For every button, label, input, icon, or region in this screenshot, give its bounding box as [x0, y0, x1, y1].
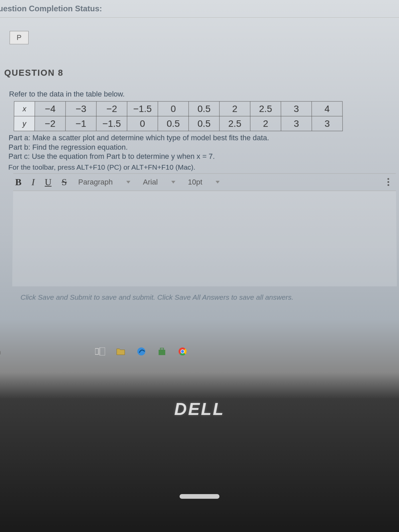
cell: −3 — [66, 101, 96, 116]
table-row: x −4 −3 −2 −1.5 0 0.5 2 2.5 3 4 — [14, 101, 342, 116]
row-label-x: x — [14, 101, 35, 116]
cell: 2.5 — [250, 101, 281, 116]
part-b: Part b: Find the regression equation. — [8, 142, 399, 152]
cell: 3 — [281, 101, 312, 116]
cell: 0.5 — [189, 116, 219, 131]
question-title: QUESTION 8 — [4, 68, 399, 78]
part-a: Part a: Make a scatter plot and determin… — [9, 133, 399, 143]
chevron-down-icon — [216, 181, 220, 183]
toolbar-hint: For the toolbar, press ALT+F10 (PC) or A… — [8, 163, 399, 171]
cell: −1.5 — [96, 116, 127, 131]
chevron-down-icon — [126, 181, 130, 183]
svg-rect-4 — [160, 348, 164, 350]
search-fragment: ch — [0, 348, 1, 356]
store-icon[interactable] — [155, 345, 169, 358]
cell: 0 — [127, 116, 158, 131]
question-prompt: Refer to the data in the table below. — [9, 90, 399, 98]
answer-editor[interactable] — [12, 191, 397, 286]
font-label: Arial — [143, 178, 158, 186]
cell: 0.5 — [158, 116, 189, 131]
edge-icon[interactable] — [134, 345, 148, 358]
cell: −4 — [35, 101, 66, 116]
paragraph-label: Paragraph — [78, 178, 113, 186]
windows-taskbar — [93, 345, 190, 358]
cell: 3 — [281, 116, 312, 131]
fontsize-label: 10pt — [188, 178, 202, 186]
laptop-hinge — [180, 494, 219, 499]
cell: −1 — [66, 116, 96, 131]
cell: 4 — [312, 101, 342, 116]
svg-rect-1 — [100, 347, 105, 355]
p-indicator: P — [10, 31, 29, 44]
more-options-button[interactable] — [387, 178, 389, 186]
chevron-down-icon — [171, 181, 175, 183]
svg-point-9 — [181, 350, 184, 353]
save-hint: Click Save and Submit to save and submit… — [21, 293, 399, 301]
task-view-icon[interactable] — [93, 345, 107, 358]
question-parts: Part a: Make a scatter plot and determin… — [8, 133, 399, 161]
table-row: y −2 −1 −1.5 0 0.5 0.5 2.5 2 3 3 — [14, 116, 343, 131]
cell: −2 — [35, 116, 66, 131]
cell: 2 — [250, 116, 281, 131]
paragraph-dropdown[interactable]: Paragraph — [75, 176, 134, 188]
cell: −2 — [96, 101, 127, 116]
cell: 2 — [219, 101, 250, 116]
underline-button[interactable]: U — [43, 177, 54, 188]
cell: 3 — [312, 116, 343, 131]
bold-button[interactable]: B — [13, 177, 24, 188]
svg-rect-0 — [95, 348, 98, 354]
fontsize-dropdown[interactable]: 10pt — [185, 176, 223, 188]
editor-toolbar: B I U S Paragraph Arial 10pt — [13, 173, 396, 191]
italic-button[interactable]: I — [30, 177, 37, 188]
completion-status-header: uestion Completion Status: — [0, 0, 399, 18]
part-c: Part c: Use the equation from Part b to … — [8, 152, 399, 161]
font-dropdown[interactable]: Arial — [140, 176, 179, 188]
cell: −1.5 — [127, 101, 158, 116]
row-label-y: y — [14, 116, 35, 131]
svg-rect-3 — [159, 350, 165, 355]
strikethrough-button[interactable]: S — [60, 177, 69, 188]
cell: 0 — [158, 101, 189, 116]
dell-logo: DELL — [174, 399, 225, 419]
cell: 0.5 — [189, 101, 219, 116]
data-table: x −4 −3 −2 −1.5 0 0.5 2 2.5 3 4 y −2 −1 … — [14, 101, 343, 131]
cell: 2.5 — [219, 116, 250, 131]
file-explorer-icon[interactable] — [114, 345, 128, 358]
chrome-icon[interactable] — [176, 345, 190, 358]
